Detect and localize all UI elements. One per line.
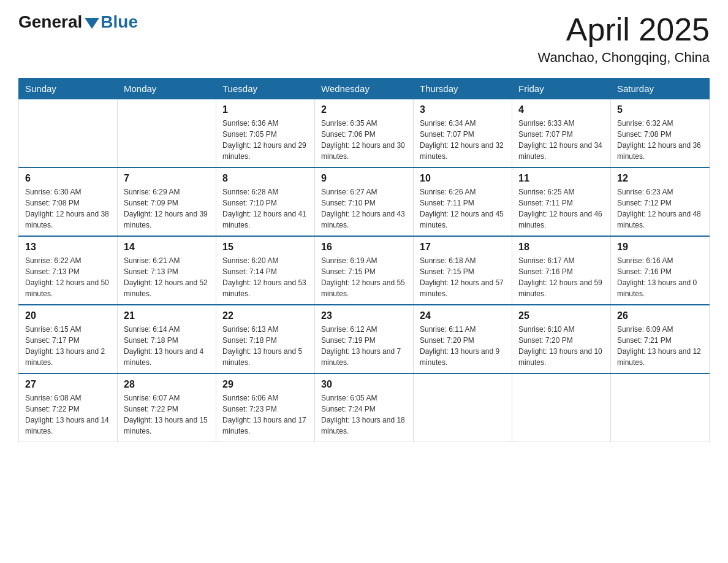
- table-row: 18Sunrise: 6:17 AMSunset: 7:16 PMDayligh…: [512, 236, 611, 305]
- table-row: 2Sunrise: 6:35 AMSunset: 7:06 PMDaylight…: [315, 99, 414, 168]
- title-section: April 2025 Wanchao, Chongqing, China: [538, 12, 710, 66]
- day-number: 5: [617, 104, 703, 115]
- calendar-week-5: 27Sunrise: 6:08 AMSunset: 7:22 PMDayligh…: [19, 373, 710, 442]
- day-number: 30: [321, 379, 407, 390]
- table-row: [19, 99, 118, 168]
- day-info: Sunrise: 6:32 AMSunset: 7:08 PMDaylight:…: [617, 118, 703, 162]
- table-row: 25Sunrise: 6:10 AMSunset: 7:20 PMDayligh…: [512, 305, 611, 373]
- day-number: 20: [25, 310, 111, 321]
- day-info: Sunrise: 6:07 AMSunset: 7:22 PMDaylight:…: [124, 393, 210, 437]
- day-info: Sunrise: 6:12 AMSunset: 7:19 PMDaylight:…: [321, 324, 407, 368]
- table-row: 5Sunrise: 6:32 AMSunset: 7:08 PMDaylight…: [611, 99, 710, 168]
- location-title: Wanchao, Chongqing, China: [538, 50, 710, 66]
- table-row: 17Sunrise: 6:18 AMSunset: 7:15 PMDayligh…: [414, 236, 512, 305]
- month-title: April 2025: [538, 12, 710, 47]
- logo: General Blue: [18, 12, 138, 32]
- table-row: 28Sunrise: 6:07 AMSunset: 7:22 PMDayligh…: [118, 373, 216, 442]
- table-row: 22Sunrise: 6:13 AMSunset: 7:18 PMDayligh…: [216, 305, 315, 373]
- table-row: 24Sunrise: 6:11 AMSunset: 7:20 PMDayligh…: [414, 305, 512, 373]
- day-number: 13: [25, 242, 111, 253]
- header-tuesday: Tuesday: [216, 79, 315, 99]
- logo-blue-part: Blue: [82, 12, 138, 32]
- day-info: Sunrise: 6:35 AMSunset: 7:06 PMDaylight:…: [321, 118, 407, 162]
- day-number: 27: [25, 379, 111, 390]
- table-row: 3Sunrise: 6:34 AMSunset: 7:07 PMDaylight…: [414, 99, 512, 168]
- table-row: 19Sunrise: 6:16 AMSunset: 7:16 PMDayligh…: [611, 236, 710, 305]
- day-number: 28: [124, 379, 210, 390]
- day-info: Sunrise: 6:30 AMSunset: 7:08 PMDaylight:…: [25, 186, 111, 231]
- day-info: Sunrise: 6:28 AMSunset: 7:10 PMDaylight:…: [222, 186, 308, 231]
- day-number: 21: [124, 310, 210, 321]
- calendar-week-2: 6Sunrise: 6:30 AMSunset: 7:08 PMDaylight…: [19, 167, 710, 236]
- table-row: [118, 99, 216, 168]
- calendar-week-3: 13Sunrise: 6:22 AMSunset: 7:13 PMDayligh…: [19, 236, 710, 305]
- header-thursday: Thursday: [414, 79, 512, 99]
- logo-blue-text: Blue: [100, 12, 138, 32]
- logo-general: General: [18, 12, 82, 32]
- table-row: 14Sunrise: 6:21 AMSunset: 7:13 PMDayligh…: [118, 236, 216, 305]
- day-info: Sunrise: 6:18 AMSunset: 7:15 PMDaylight:…: [420, 255, 506, 299]
- table-row: 12Sunrise: 6:23 AMSunset: 7:12 PMDayligh…: [611, 167, 710, 236]
- table-row: 29Sunrise: 6:06 AMSunset: 7:23 PMDayligh…: [216, 373, 315, 442]
- day-number: 23: [321, 310, 407, 321]
- day-number: 25: [518, 310, 604, 321]
- table-row: 10Sunrise: 6:26 AMSunset: 7:11 PMDayligh…: [414, 167, 512, 236]
- day-info: Sunrise: 6:11 AMSunset: 7:20 PMDaylight:…: [420, 324, 506, 368]
- table-row: 21Sunrise: 6:14 AMSunset: 7:18 PMDayligh…: [118, 305, 216, 373]
- day-number: 4: [518, 104, 604, 115]
- day-number: 7: [124, 173, 210, 184]
- header-monday: Monday: [118, 79, 216, 99]
- table-row: 16Sunrise: 6:19 AMSunset: 7:15 PMDayligh…: [315, 236, 414, 305]
- calendar-header-row: Sunday Monday Tuesday Wednesday Thursday…: [19, 79, 710, 99]
- table-row: 1Sunrise: 6:36 AMSunset: 7:05 PMDaylight…: [216, 99, 315, 168]
- table-row: [414, 373, 512, 442]
- day-number: 3: [420, 104, 506, 115]
- day-number: 19: [617, 242, 703, 253]
- header-sunday: Sunday: [19, 79, 118, 99]
- day-number: 17: [420, 242, 506, 253]
- day-info: Sunrise: 6:15 AMSunset: 7:17 PMDaylight:…: [25, 324, 111, 368]
- table-row: 4Sunrise: 6:33 AMSunset: 7:07 PMDaylight…: [512, 99, 611, 168]
- day-number: 12: [617, 173, 703, 184]
- table-row: 26Sunrise: 6:09 AMSunset: 7:21 PMDayligh…: [611, 305, 710, 373]
- day-number: 24: [420, 310, 506, 321]
- day-number: 10: [420, 173, 506, 184]
- day-number: 29: [222, 379, 308, 390]
- header-saturday: Saturday: [611, 79, 710, 99]
- day-info: Sunrise: 6:27 AMSunset: 7:10 PMDaylight:…: [321, 186, 407, 231]
- logo-arrow-icon: [85, 18, 99, 29]
- day-info: Sunrise: 6:33 AMSunset: 7:07 PMDaylight:…: [518, 118, 604, 162]
- day-info: Sunrise: 6:36 AMSunset: 7:05 PMDaylight:…: [222, 118, 308, 162]
- day-info: Sunrise: 6:22 AMSunset: 7:13 PMDaylight:…: [25, 255, 111, 299]
- header-wednesday: Wednesday: [315, 79, 414, 99]
- day-number: 6: [25, 173, 111, 184]
- calendar-week-4: 20Sunrise: 6:15 AMSunset: 7:17 PMDayligh…: [19, 305, 710, 373]
- table-row: 23Sunrise: 6:12 AMSunset: 7:19 PMDayligh…: [315, 305, 414, 373]
- day-info: Sunrise: 6:34 AMSunset: 7:07 PMDaylight:…: [420, 118, 506, 162]
- table-row: [611, 373, 710, 442]
- day-number: 2: [321, 104, 407, 115]
- day-number: 18: [518, 242, 604, 253]
- table-row: 15Sunrise: 6:20 AMSunset: 7:14 PMDayligh…: [216, 236, 315, 305]
- table-row: [512, 373, 611, 442]
- day-info: Sunrise: 6:21 AMSunset: 7:13 PMDaylight:…: [124, 255, 210, 299]
- table-row: 13Sunrise: 6:22 AMSunset: 7:13 PMDayligh…: [19, 236, 118, 305]
- table-row: 7Sunrise: 6:29 AMSunset: 7:09 PMDaylight…: [118, 167, 216, 236]
- day-info: Sunrise: 6:09 AMSunset: 7:21 PMDaylight:…: [617, 324, 703, 368]
- day-number: 15: [222, 242, 308, 253]
- table-row: 11Sunrise: 6:25 AMSunset: 7:11 PMDayligh…: [512, 167, 611, 236]
- day-number: 22: [222, 310, 308, 321]
- day-info: Sunrise: 6:14 AMSunset: 7:18 PMDaylight:…: [124, 324, 210, 368]
- day-info: Sunrise: 6:19 AMSunset: 7:15 PMDaylight:…: [321, 255, 407, 299]
- day-info: Sunrise: 6:29 AMSunset: 7:09 PMDaylight:…: [124, 186, 210, 231]
- day-info: Sunrise: 6:16 AMSunset: 7:16 PMDaylight:…: [617, 255, 703, 299]
- table-row: 30Sunrise: 6:05 AMSunset: 7:24 PMDayligh…: [315, 373, 414, 442]
- day-info: Sunrise: 6:23 AMSunset: 7:12 PMDaylight:…: [617, 186, 703, 231]
- day-number: 14: [124, 242, 210, 253]
- day-info: Sunrise: 6:26 AMSunset: 7:11 PMDaylight:…: [420, 186, 506, 231]
- table-row: 27Sunrise: 6:08 AMSunset: 7:22 PMDayligh…: [19, 373, 118, 442]
- header-friday: Friday: [512, 79, 611, 99]
- table-row: 9Sunrise: 6:27 AMSunset: 7:10 PMDaylight…: [315, 167, 414, 236]
- table-row: 8Sunrise: 6:28 AMSunset: 7:10 PMDaylight…: [216, 167, 315, 236]
- day-number: 8: [222, 173, 308, 184]
